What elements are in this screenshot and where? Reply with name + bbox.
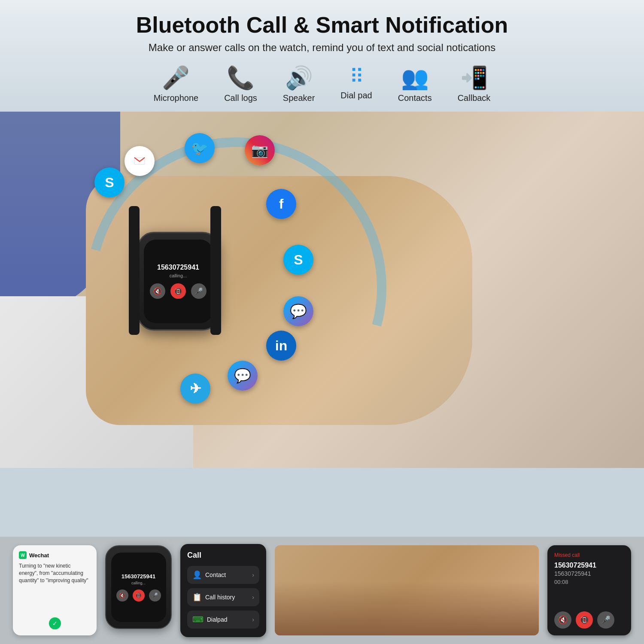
gmail-icon <box>125 146 155 176</box>
small-watch-screen: 15630725941 calling... 🔇 📵 🎤 <box>111 553 166 622</box>
feature-label-callback: Callback <box>458 93 491 103</box>
call-menu-history[interactable]: 📋 Call history › <box>187 588 259 606</box>
missed-call-mute-button[interactable]: 🔇 <box>554 611 571 629</box>
bottom-section: W Wechat Turning to "new kinetic energy"… <box>0 537 644 644</box>
watch-call-status: calling... <box>170 273 187 278</box>
call-menu-contact-label: Contact <box>205 571 226 578</box>
missed-call-buttons: 🔇 📵 🎤 <box>554 611 624 629</box>
missed-call-time: 00:08 <box>554 579 624 585</box>
feature-speaker: 🔊 Speaker <box>283 67 315 103</box>
call-menu-history-label: Call history <box>205 594 235 601</box>
history-arrow-icon: › <box>252 594 254 601</box>
feature-dial-pad: ⠿ Dial pad <box>340 67 372 100</box>
features-row: 🎤 Microphone 📞 Call logs 🔊 Speaker ⠿ Dia… <box>26 67 618 103</box>
watch-call-buttons: 🔇 📵 🎤 <box>150 283 207 299</box>
messenger-icon-2: 💬 <box>228 361 258 391</box>
twitter-icon: 🐦 <box>185 133 215 163</box>
small-watch-mute-button[interactable]: 🔇 <box>116 589 128 601</box>
messenger-icon: 💬 <box>283 296 313 326</box>
linkedin-icon: in <box>266 331 296 361</box>
dial-pad-icon: ⠿ <box>349 67 363 86</box>
main-watch: 15630725941 calling... 🔇 📵 🎤 <box>137 232 219 331</box>
wechat-notification-card: W Wechat Turning to "new kinetic energy"… <box>13 545 97 635</box>
instagram-icon: 📷 <box>245 135 275 165</box>
skype-icon-top: S <box>94 167 125 197</box>
microphone-icon: 🎤 <box>162 67 190 89</box>
small-watch-status: calling... <box>131 581 146 585</box>
missed-call-number2: 15630725941 <box>554 570 624 577</box>
contact-icon: 👤 <box>192 570 202 580</box>
wechat-confirm-button[interactable]: ✓ <box>49 617 61 629</box>
feature-label-contacts: Contacts <box>398 93 432 103</box>
wechat-icon: W <box>19 551 27 559</box>
feature-label-microphone: Microphone <box>154 93 199 103</box>
wechat-message: Turning to "new kinetic energy", from "a… <box>19 562 91 584</box>
missed-call-number1: 15630725941 <box>554 562 624 569</box>
skype-icon-mid: S <box>283 245 313 275</box>
callback-icon: 📲 <box>460 67 488 89</box>
cmi-history-left: 📋 Call history <box>192 592 235 602</box>
feature-contacts: 👥 Contacts <box>398 67 432 103</box>
main-title: Bluetooth Call & Smart Notification <box>26 13 618 37</box>
watch-strap-top <box>129 206 140 335</box>
call-logs-icon: 📞 <box>227 67 255 89</box>
contact-arrow-icon: › <box>252 571 254 578</box>
contacts-icon: 👥 <box>401 67 429 89</box>
telegram-icon: ✈ <box>180 374 210 404</box>
feature-microphone: 🎤 Microphone <box>154 67 199 103</box>
call-menu-contact[interactable]: 👤 Contact › <box>187 566 259 584</box>
facebook-icon: f <box>266 189 296 219</box>
call-history-icon: 📋 <box>192 592 202 602</box>
watch-strap-bottom <box>210 206 221 335</box>
watch-call-number: 15630725941 <box>157 264 199 271</box>
missed-call-mic-button[interactable]: 🎤 <box>597 611 614 629</box>
feature-label-dial-pad: Dial pad <box>340 91 372 100</box>
person-shadow <box>275 581 539 635</box>
watch-mic-button[interactable]: 🎤 <box>191 283 207 299</box>
small-watch-number: 15630725941 <box>122 573 156 580</box>
speaker-icon: 🔊 <box>285 67 313 89</box>
watch-mute-button[interactable]: 🔇 <box>150 283 165 299</box>
feature-callback: 📲 Callback <box>458 67 491 103</box>
call-menu-title: Call <box>187 551 259 560</box>
call-menu-card: Call 👤 Contact › 📋 Call history › ⌨ Dial… <box>180 544 266 637</box>
wechat-app-name: Wechat <box>29 552 49 559</box>
person-background <box>275 545 539 635</box>
call-menu-dialpad-label: Dialpad <box>207 616 227 623</box>
feature-label-speaker: Speaker <box>283 93 315 103</box>
cmi-contact-left: 👤 Contact <box>192 570 226 580</box>
dialpad-arrow-icon: › <box>252 616 254 623</box>
watch-body-main: 15630725941 calling... 🔇 📵 🎤 <box>137 232 219 331</box>
watch-screen-main: 15630725941 calling... 🔇 📵 🎤 <box>144 240 213 323</box>
cmi-dialpad-left: ⌨ Dialpad <box>192 615 227 624</box>
small-watch-buttons: 🔇 📵 🎤 <box>116 589 161 601</box>
dialpad-icon: ⌨ <box>192 615 204 624</box>
top-section: Bluetooth Call & Smart Notification Make… <box>0 0 644 112</box>
small-watch-body: 15630725941 calling... 🔇 📵 🎤 <box>105 545 172 629</box>
missed-call-header: Missed call <box>554 552 624 558</box>
watch-decline-button[interactable]: 📵 <box>170 283 186 299</box>
feature-label-call-logs: Call logs <box>224 93 257 103</box>
missed-call-card: Missed call 15630725941 15630725941 00:0… <box>547 545 631 635</box>
small-watch-mic-button[interactable]: 🎤 <box>149 589 161 601</box>
feature-call-logs: 📞 Call logs <box>224 67 257 103</box>
middle-section: 🐦 📷 S f S 💬 in 💬 ✈ 15630725941 calling..… <box>0 112 644 468</box>
missed-call-decline-button[interactable]: 📵 <box>576 611 593 629</box>
call-menu-dialpad[interactable]: ⌨ Dialpad › <box>187 611 259 629</box>
small-watch-decline-button[interactable]: 📵 <box>133 589 145 601</box>
wechat-header: W Wechat <box>19 551 91 559</box>
small-watch-calling: 15630725941 calling... 🔇 📵 🎤 <box>105 545 172 635</box>
missed-call-label: Missed call <box>554 552 580 558</box>
sub-title: Make or answer calls on the watch, remin… <box>26 42 618 54</box>
